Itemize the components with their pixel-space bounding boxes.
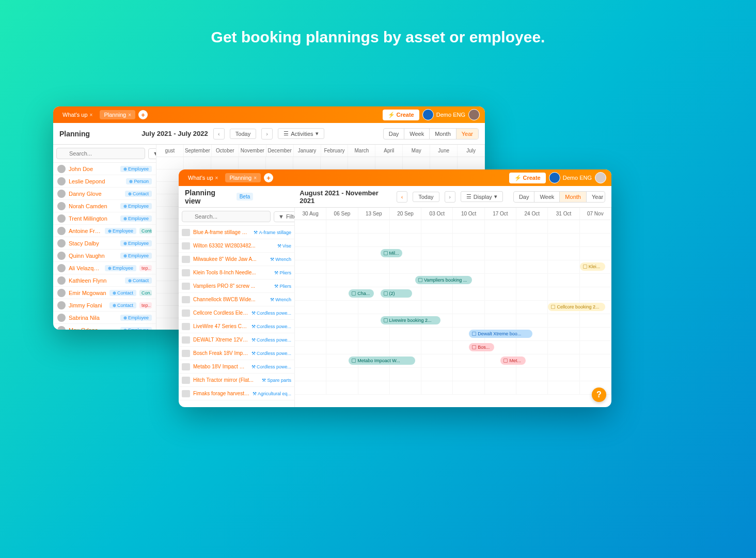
activities-dropdown[interactable]: ☰Activities▾ [278,128,324,139]
booking-pill[interactable]: Dewalt Xtreme boo... [469,330,532,338]
avatar-icon [57,276,66,285]
asset-row[interactable]: DEWALT Xtreme 12V MA... ⚒Cordless powe..… [179,333,294,347]
booking-pill[interactable]: Cha... [349,289,374,298]
booking-pill[interactable]: Met... [500,357,526,365]
person-row[interactable]: Kathleen Flynn Contact [53,274,156,287]
booking-pill[interactable]: (2) [381,289,412,298]
org-chip[interactable]: Demo ENG [549,172,592,183]
asset-name: LiveWire 47 Series Cordle... [193,323,248,329]
asset-row[interactable]: Cellcore Cordless Electric... ⚒Cordless … [179,306,294,320]
close-icon[interactable]: × [90,112,93,118]
close-icon[interactable]: × [215,175,218,181]
create-button[interactable]: ⚡Create [509,173,546,183]
close-icon[interactable]: × [128,112,131,118]
asset-row[interactable]: Milwaukee 8" Wide Jaw A... ⚒Wrench [179,253,294,266]
add-tab-button[interactable]: + [138,110,148,119]
column-label: 30 Aug [295,208,326,220]
asset-icon [182,350,190,357]
help-button[interactable]: ? [592,388,606,402]
person-name: Danny Glove [69,191,122,197]
column-label: April [375,145,403,157]
booking-pill[interactable]: Bos... [469,343,494,351]
booking-pill[interactable]: Livewire booking 2... [381,316,440,324]
person-row[interactable]: John Doe Employee [53,163,156,175]
tab-whatsup[interactable]: What's up× [184,173,222,182]
column-label: March [348,145,375,157]
user-avatar[interactable] [595,172,606,183]
person-row[interactable]: Danny Glove Contact [53,188,156,200]
person-name: Max Odana [69,327,117,330]
seg-week[interactable]: Week [404,129,430,139]
next-button[interactable]: › [445,191,455,203]
asset-row[interactable]: Wilton 63302 WI2803482... ⚒Vise [179,239,294,253]
asset-name: Wilton 63302 WI2803482... [193,243,274,249]
person-row[interactable]: Quinn Vaughn Employee [53,250,156,262]
seg-year[interactable]: Year [456,129,478,139]
user-avatar[interactable] [468,109,480,120]
column-label: 03 Oct [421,208,453,220]
column-label: May [403,145,430,157]
page-title: Get booking plannings by asset or employ… [0,28,756,46]
person-row[interactable]: Ali Velazquez Employeetep.. [53,262,156,274]
person-row[interactable]: Max Odana Employee [53,324,156,330]
column-header: 30 Aug06 Sep13 Sep20 Sep03 Oct10 Oct17 O… [295,208,611,220]
resources-filter[interactable]: ▼Resources▾1 [148,148,156,159]
seg-month[interactable]: Month [560,192,587,202]
booking-pill[interactable]: Vampliers booking ... [415,276,472,284]
seg-month[interactable]: Month [430,129,456,139]
role-tag: Contact [125,277,152,284]
booking-pill[interactable]: Metabo Impoact W... [349,357,415,365]
asset-row[interactable]: Metabo 18V Impact Wren... ⚒Cordless powe… [179,360,294,374]
tab-planning[interactable]: Planning× [100,110,135,119]
asset-row[interactable]: Fimaks forage harvester ... ⚒Agricultura… [179,387,294,400]
column-label: November [239,145,266,157]
create-button[interactable]: ⚡Create [383,110,419,120]
today-button[interactable]: Today [230,129,256,139]
date-range: July 2021 - July 2022 [141,130,208,137]
org-chip[interactable]: Demo ENG [422,109,465,120]
person-row[interactable]: Emir Mcgowan ContactCon.. [53,287,156,299]
asset-row[interactable]: Channellock 8WCB Wide... ⚒Wrench [179,293,294,306]
person-row[interactable]: Stacy Dalby Employee [53,237,156,250]
seg-day[interactable]: Day [514,192,535,202]
person-row[interactable]: Norah Camden Employee [53,200,156,212]
prev-button[interactable]: ‹ [397,191,407,203]
close-icon[interactable]: × [254,175,257,181]
tab-whatsup[interactable]: What's up× [58,110,97,119]
person-name: Antoine Frank [69,228,102,234]
filters-button[interactable]: ▼Filters▾2 [274,211,295,222]
person-row[interactable]: Trent Millington Employee [53,212,156,225]
seg-year[interactable]: Year [587,192,605,202]
seg-day[interactable]: Day [384,129,405,139]
asset-row[interactable]: Blue A-frame stillage wit... ⚒A-frame st… [179,226,294,239]
booking-pill[interactable]: Mil... [381,249,403,257]
column-label: 20 Sep [390,208,421,220]
search-input[interactable] [182,211,271,222]
chevron-down-icon: ▾ [494,193,497,200]
timeline-row [156,157,485,169]
asset-row[interactable]: Hitch Tractor mirror (Flat... ⚒Spare par… [179,374,294,387]
asset-row[interactable]: LiveWire 47 Series Cordle... ⚒Cordless p… [179,320,294,333]
asset-row[interactable]: Vampliers PRO 8" screw ... ⚒Pliers [179,280,294,293]
role-tag: Employee [105,265,136,271]
extra-tag: tep.. [139,265,152,271]
display-dropdown[interactable]: ☰Display▾ [461,191,503,202]
next-button[interactable]: › [261,128,273,140]
asset-row[interactable]: Bosch Freak 18V Impact ... ⚒Cordless pow… [179,347,294,360]
person-row[interactable]: Leslie Depond Person [53,175,156,188]
search-input[interactable] [56,148,145,159]
person-row[interactable]: Antoine Frank EmployeeContr [53,225,156,237]
person-row[interactable]: Sabrina Nila Employee [53,312,156,324]
prev-button[interactable]: ‹ [213,128,225,140]
today-button[interactable]: Today [413,192,439,202]
asset-name: Milwaukee 8" Wide Jaw A... [193,256,267,262]
tab-planning[interactable]: Planning× [225,173,261,182]
add-tab-button[interactable]: + [264,173,273,182]
subheader: Planning view Beta August 2021 - Novembe… [179,186,611,208]
person-row[interactable]: Jimmy Folani Contacttep.. [53,299,156,312]
seg-week[interactable]: Week [534,192,560,202]
booking-pill[interactable]: Klei... [580,262,605,271]
asset-row[interactable]: Klein Tools 8-Inch Needle... ⚒Pliers [179,266,294,280]
booking-pill[interactable]: Cellcore booking 2... [548,303,605,311]
timeline[interactable]: 30 Aug06 Sep13 Sep20 Sep03 Oct10 Oct17 O… [295,208,611,407]
